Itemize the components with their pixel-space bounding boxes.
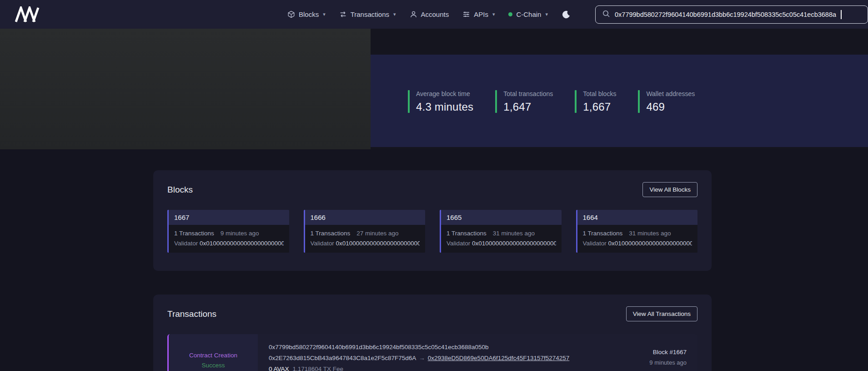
block-card: 1666 1 Transactions27 minutes ago Valida… [304,210,426,253]
stat-value: 469 [646,101,695,113]
chevron-down-icon: ▾ [545,11,548,17]
hero-map-background [0,29,371,149]
nav-label-c-chain: C-Chain [516,10,541,18]
stat-accent-bar [638,90,640,113]
transaction-row: Contract Creation Success 0x7799bd580272… [167,334,697,371]
transactions-section: Transactions View All Transactions Contr… [153,295,712,371]
cube-icon [287,10,295,18]
block-card: 1665 1 Transactions31 minutes ago Valida… [440,210,562,253]
validator-address: 0x0100000000000000000000000... [336,240,420,247]
transaction-meta-cell: Block #1667 9 minutes ago [607,334,697,371]
moon-icon[interactable] [562,10,571,19]
nav-label-transactions: Transactions [351,10,389,18]
nav-item-blocks[interactable]: Blocks ▾ [287,10,326,18]
validator-address: 0x0100000000000000000000000... [472,240,556,247]
nav-item-accounts[interactable]: Accounts [410,10,449,18]
nav-item-transactions[interactable]: Transactions ▾ [339,10,396,18]
search-icon [602,10,610,19]
view-all-transactions-button[interactable]: View All Transactions [626,306,697,321]
block-card: 1667 1 Transactions9 minutes ago Validat… [167,210,289,253]
stat-value: 1,667 [583,101,616,113]
block-card-row: 1667 1 Transactions9 minutes ago Validat… [167,210,697,253]
arrow-right-icon: → [419,355,425,361]
validator-label: Validator [583,240,607,247]
main-nav: Blocks ▾ Transactions ▾ Accounts [287,5,868,24]
stat-label: Average block time [416,90,473,97]
stat-label: Wallet addresses [646,90,695,97]
validator-address: 0x0100000000000000000000000... [200,240,283,247]
stat-label: Total blocks [583,90,616,97]
transaction-status-badge: Success [201,362,225,369]
text-caret [841,10,842,19]
block-number-link[interactable]: 1666 [311,213,326,221]
block-age: 31 minutes ago [493,230,535,237]
block-tx-count: 1 Transactions [447,230,487,237]
validator-label: Validator [311,240,334,247]
validator-label: Validator [447,240,470,247]
stat-accent-bar [495,90,497,113]
validator-address: 0x0100000000000000000000000... [608,240,692,247]
chevron-down-icon: ▾ [323,11,326,17]
block-card: 1664 1 Transactions31 minutes ago Valida… [576,210,698,253]
transaction-age: 9 minutes ago [607,359,687,366]
block-age: 31 minutes ago [629,230,671,237]
transactions-icon [339,10,347,18]
blocks-section: Blocks View All Blocks 1667 1 Transactio… [153,170,712,271]
hero-section: Average block time 4.3 minutes Total tra… [0,29,868,149]
transaction-status-cell: Contract Creation Success [169,334,258,371]
transaction-type: Contract Creation [189,352,237,359]
search-input[interactable] [615,11,836,18]
block-tx-count: 1 Transactions [174,230,214,237]
nav-label-blocks: Blocks [299,10,319,18]
block-tx-count: 1 Transactions [311,230,351,237]
avalanche-logo[interactable] [15,6,41,23]
stat-accent-bar [575,90,577,113]
stat-total-transactions: Total transactions 1,647 [495,90,553,113]
list-icon [462,10,470,18]
nav-label-apis: APIs [474,10,488,18]
block-age: 9 minutes ago [221,230,259,237]
blocks-title: Blocks [167,185,193,195]
stat-wallet-addresses: Wallet addresses 469 [638,90,695,113]
to-address-link[interactable]: 0x2938eD5D869e50DA6f125dfc45F13157f52742… [428,355,570,361]
stat-total-blocks: Total blocks 1,667 [575,90,616,113]
transaction-hash-link[interactable]: 0x7799bd580272f9604140b6991d3bb6c19924bf… [269,343,596,351]
stats-panel: Average block time 4.3 minutes Total tra… [371,55,868,147]
nav-label-accounts: Accounts [421,10,449,18]
stat-value: 4.3 minutes [416,101,473,113]
transaction-amount: 0 AVAX [269,366,289,371]
c-chain-status-dot [508,12,512,16]
person-icon [410,10,417,18]
nav-item-apis[interactable]: APIs ▾ [462,10,495,18]
block-number-link[interactable]: 1664 [583,213,598,221]
block-tx-count: 1 Transactions [583,230,623,237]
transaction-details-cell: 0x7799bd580272f9604140b6991d3bb6c19924bf… [258,334,607,371]
transaction-fee: 1.1718604 TX Fee [293,366,344,371]
navbar: Blocks ▾ Transactions ▾ Accounts [0,0,868,29]
nav-item-c-chain[interactable]: C-Chain ▾ [508,10,548,18]
validator-label: Validator [174,240,198,247]
block-number-link[interactable]: 1667 [174,213,189,221]
block-number-link[interactable]: 1665 [447,213,462,221]
chevron-down-icon: ▾ [393,11,396,17]
transactions-title: Transactions [167,309,216,319]
view-all-blocks-button[interactable]: View All Blocks [642,182,697,197]
search-box [595,5,868,24]
chevron-down-icon: ▾ [492,11,495,17]
transaction-block-link[interactable]: Block #1667 [607,349,687,356]
stat-label: Total transactions [503,90,553,97]
stat-average-block-time: Average block time 4.3 minutes [408,90,473,113]
stat-accent-bar [408,90,410,113]
block-age: 27 minutes ago [356,230,398,237]
from-address: 0x2E7263d815CbB43a9647843C8a1e2F5c87F75d… [269,355,416,361]
main-content: Blocks View All Blocks 1667 1 Transactio… [153,170,712,371]
stat-value: 1,647 [503,101,553,113]
